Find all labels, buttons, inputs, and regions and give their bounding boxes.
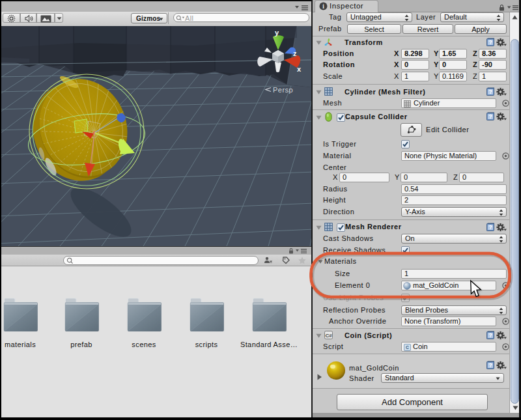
svg-text:x: x xyxy=(297,65,302,73)
svg-text:?: ? xyxy=(488,362,492,369)
svg-text:?: ? xyxy=(488,89,492,95)
svg-text:?: ? xyxy=(488,113,492,120)
svg-text:C#: C# xyxy=(325,333,332,339)
svg-text:Persp: Persp xyxy=(273,86,293,94)
svg-text:?: ? xyxy=(488,224,492,231)
svg-text:y: y xyxy=(275,29,279,36)
svg-text:C: C xyxy=(406,345,409,350)
svg-text:i: i xyxy=(322,3,324,10)
svg-text:?: ? xyxy=(488,39,492,46)
svg-text:?: ? xyxy=(488,332,492,339)
